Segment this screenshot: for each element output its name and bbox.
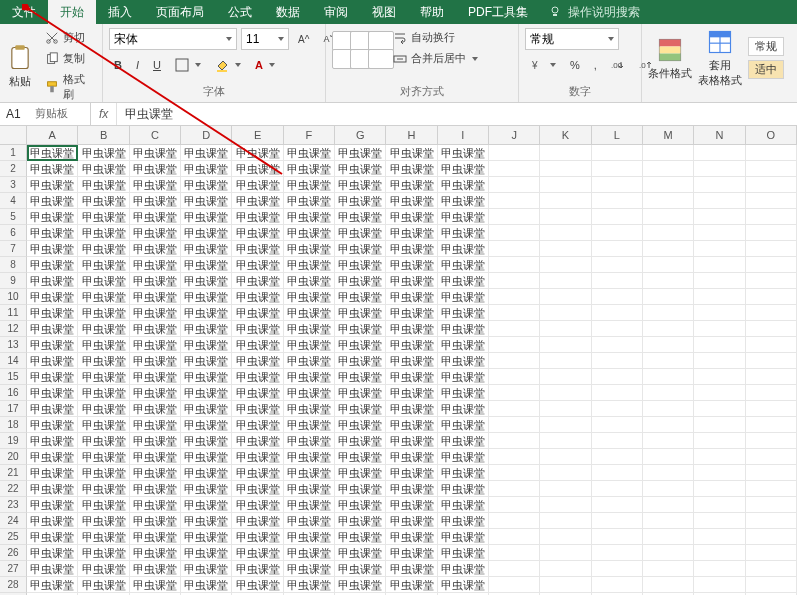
cell[interactable]: 甲虫课堂 (438, 353, 489, 369)
cell[interactable]: 甲虫课堂 (78, 257, 129, 273)
cell[interactable]: 甲虫课堂 (130, 465, 181, 481)
cell[interactable]: 甲虫课堂 (284, 577, 335, 593)
cell[interactable] (592, 177, 643, 193)
cell[interactable]: 甲虫课堂 (386, 513, 437, 529)
cell[interactable] (694, 529, 745, 545)
cell[interactable] (746, 353, 797, 369)
cell[interactable] (540, 417, 591, 433)
cell[interactable]: 甲虫课堂 (232, 529, 283, 545)
cell[interactable]: 甲虫课堂 (438, 513, 489, 529)
font-color-button[interactable]: A (250, 57, 280, 73)
column-header-E[interactable]: E (232, 126, 283, 144)
cell[interactable] (592, 577, 643, 593)
cell[interactable]: 甲虫课堂 (232, 497, 283, 513)
cell[interactable]: 甲虫课堂 (27, 545, 78, 561)
row-header-24[interactable]: 24 (0, 513, 27, 529)
cell[interactable] (540, 369, 591, 385)
cell[interactable] (540, 193, 591, 209)
fx-icon[interactable]: fx (91, 103, 117, 125)
cell[interactable]: 甲虫课堂 (78, 241, 129, 257)
cell[interactable]: 甲虫课堂 (232, 465, 283, 481)
cell[interactable]: 甲虫课堂 (335, 225, 386, 241)
cell[interactable]: 甲虫课堂 (130, 449, 181, 465)
cell[interactable] (694, 241, 745, 257)
paste-icon[interactable] (6, 44, 34, 72)
cell[interactable]: 甲虫课堂 (232, 273, 283, 289)
cell[interactable] (694, 177, 745, 193)
cell[interactable]: 甲虫课堂 (386, 321, 437, 337)
cell[interactable] (540, 177, 591, 193)
bold-button[interactable]: B (109, 57, 127, 73)
copy-button[interactable]: 复制 (40, 49, 96, 68)
cell[interactable] (694, 257, 745, 273)
cell[interactable] (592, 225, 643, 241)
cell[interactable]: 甲虫课堂 (232, 481, 283, 497)
row-header-21[interactable]: 21 (0, 465, 27, 481)
name-box[interactable]: A1 (0, 103, 91, 125)
cell[interactable] (592, 145, 643, 161)
cell[interactable] (746, 145, 797, 161)
cell[interactable]: 甲虫课堂 (78, 161, 129, 177)
cell[interactable] (489, 577, 540, 593)
cell[interactable] (489, 257, 540, 273)
cell[interactable]: 甲虫课堂 (284, 481, 335, 497)
cell[interactable] (540, 385, 591, 401)
cell[interactable]: 甲虫课堂 (232, 401, 283, 417)
cell[interactable] (694, 497, 745, 513)
cell[interactable]: 甲虫课堂 (335, 177, 386, 193)
cell[interactable] (746, 289, 797, 305)
cell[interactable] (592, 369, 643, 385)
row-header-4[interactable]: 4 (0, 193, 27, 209)
cell[interactable]: 甲虫课堂 (284, 241, 335, 257)
cell[interactable] (643, 529, 694, 545)
cell[interactable]: 甲虫课堂 (335, 209, 386, 225)
cell[interactable]: 甲虫课堂 (438, 241, 489, 257)
cell[interactable] (643, 385, 694, 401)
cell[interactable] (592, 561, 643, 577)
cell[interactable]: 甲虫课堂 (284, 273, 335, 289)
row-header-26[interactable]: 26 (0, 545, 27, 561)
cut-button[interactable]: 剪切 (40, 28, 96, 47)
cell[interactable]: 甲虫课堂 (232, 449, 283, 465)
cell[interactable] (592, 545, 643, 561)
cell[interactable]: 甲虫课堂 (284, 529, 335, 545)
cell[interactable] (746, 241, 797, 257)
cell[interactable]: 甲虫课堂 (438, 257, 489, 273)
cell[interactable]: 甲虫课堂 (27, 289, 78, 305)
cell[interactable] (746, 225, 797, 241)
cell[interactable]: 甲虫课堂 (438, 289, 489, 305)
cell[interactable]: 甲虫课堂 (27, 321, 78, 337)
cell[interactable] (540, 401, 591, 417)
cell[interactable] (746, 449, 797, 465)
cell[interactable]: 甲虫课堂 (386, 433, 437, 449)
row-header-12[interactable]: 12 (0, 321, 27, 337)
cell[interactable]: 甲虫课堂 (27, 385, 78, 401)
cell[interactable] (540, 353, 591, 369)
cell[interactable]: 甲虫课堂 (130, 177, 181, 193)
cell[interactable] (540, 513, 591, 529)
cell[interactable]: 甲虫课堂 (386, 273, 437, 289)
cell[interactable]: 甲虫课堂 (181, 417, 232, 433)
cell[interactable]: 甲虫课堂 (181, 577, 232, 593)
cell[interactable]: 甲虫课堂 (27, 529, 78, 545)
row-header-15[interactable]: 15 (0, 369, 27, 385)
cell[interactable]: 甲虫课堂 (232, 241, 283, 257)
cell[interactable]: 甲虫课堂 (386, 257, 437, 273)
cell[interactable] (643, 417, 694, 433)
cell[interactable]: 甲虫课堂 (438, 385, 489, 401)
cell[interactable]: 甲虫课堂 (335, 337, 386, 353)
cell[interactable]: 甲虫课堂 (130, 481, 181, 497)
cell[interactable]: 甲虫课堂 (181, 289, 232, 305)
cell[interactable]: 甲虫课堂 (386, 449, 437, 465)
menu-tab-1[interactable]: 开始 (48, 0, 96, 24)
cell[interactable] (489, 433, 540, 449)
cell[interactable] (592, 209, 643, 225)
cell[interactable]: 甲虫课堂 (130, 385, 181, 401)
cell[interactable]: 甲虫课堂 (27, 193, 78, 209)
menu-tab-3[interactable]: 页面布局 (144, 0, 216, 24)
cell[interactable]: 甲虫课堂 (130, 401, 181, 417)
cell[interactable] (489, 545, 540, 561)
cell[interactable]: 甲虫课堂 (27, 401, 78, 417)
cell[interactable]: 甲虫课堂 (181, 337, 232, 353)
menu-tab-6[interactable]: 审阅 (312, 0, 360, 24)
